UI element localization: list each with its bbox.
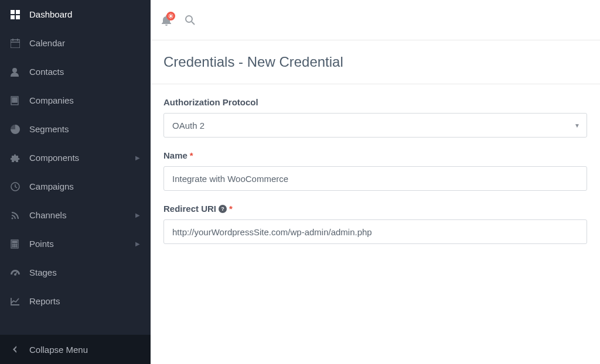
sidebar-item-segments[interactable]: Segments — [0, 115, 151, 143]
svg-rect-1 — [16, 10, 20, 14]
svg-point-24 — [14, 244, 15, 245]
sidebar-item-label: Contacts — [29, 67, 64, 77]
svg-text:?: ? — [221, 206, 224, 212]
sidebar-item-companies[interactable]: Companies — [0, 86, 151, 115]
svg-rect-13 — [12, 99, 13, 101]
sidebar-item-components[interactable]: Components ▶ — [0, 143, 151, 172]
label-name: Name * — [163, 150, 587, 160]
authorization-protocol-select[interactable]: OAuth 2 — [163, 113, 587, 138]
svg-point-27 — [14, 246, 15, 247]
svg-point-33 — [171, 18, 172, 19]
svg-point-26 — [12, 246, 13, 247]
sidebar-item-label: Companies — [29, 95, 74, 105]
help-icon[interactable]: ? — [219, 205, 227, 213]
svg-point-32 — [171, 13, 172, 15]
search-icon — [185, 15, 195, 25]
field-authorization-protocol: Authorization Protocol OAuth 2 ▼ — [163, 97, 587, 138]
svg-point-23 — [12, 244, 13, 245]
svg-rect-10 — [12, 98, 13, 99]
name-input[interactable] — [163, 166, 587, 191]
sidebar-item-reports[interactable]: Reports — [0, 287, 151, 315]
sidebar-item-label: Points — [29, 239, 54, 249]
label-text: Authorization Protocol — [163, 97, 258, 107]
chevron-right-icon: ▶ — [135, 212, 140, 218]
sidebar-item-label: Segments — [29, 124, 69, 134]
svg-point-37 — [172, 14, 173, 15]
field-name: Name * — [163, 150, 587, 191]
sidebar-item-campaigns[interactable]: Campaigns — [0, 172, 151, 201]
sidebar-item-calendar[interactable]: Calendar — [0, 29, 151, 57]
svg-point-36 — [169, 14, 170, 15]
sidebar-nav: Dashboard Calendar Contacts Companies — [0, 0, 151, 335]
label-text: Redirect URI — [163, 204, 216, 214]
sidebar-item-label: Calendar — [29, 38, 65, 48]
sidebar-item-channels[interactable]: Channels ▶ — [0, 201, 151, 229]
svg-rect-15 — [16, 99, 17, 101]
svg-rect-2 — [11, 15, 15, 19]
svg-point-35 — [172, 16, 173, 17]
gauge-icon — [11, 269, 29, 277]
piechart-icon — [11, 125, 29, 134]
notifications-button[interactable] — [161, 14, 172, 26]
label-text: Name — [163, 150, 188, 160]
sidebar-item-contacts[interactable]: Contacts — [0, 57, 151, 86]
chevron-right-icon: ▶ — [135, 241, 140, 247]
clock-icon — [11, 182, 29, 191]
notification-badge — [166, 12, 175, 20]
label-redirect-uri: Redirect URI ? * — [163, 204, 587, 214]
svg-rect-11 — [14, 98, 15, 99]
main-content: Credentials - New Credential Authorizati… — [151, 0, 600, 364]
sidebar-item-label: Campaigns — [29, 181, 74, 191]
svg-line-41 — [192, 22, 195, 25]
svg-rect-22 — [12, 241, 17, 243]
chevron-right-icon: ▶ — [135, 154, 140, 161]
label-authorization-protocol: Authorization Protocol — [163, 97, 587, 107]
sidebar-item-label: Components — [29, 153, 79, 163]
svg-point-20 — [12, 217, 13, 219]
required-asterisk: * — [190, 150, 193, 160]
svg-rect-12 — [16, 98, 17, 99]
page-title: Credentials - New Credential — [163, 54, 343, 70]
chevron-left-icon — [11, 345, 29, 353]
topbar — [151, 0, 600, 40]
svg-rect-3 — [16, 15, 20, 19]
svg-point-38 — [169, 17, 170, 18]
sidebar-item-label: Channels — [29, 210, 66, 220]
svg-point-39 — [172, 17, 173, 18]
sidebar-item-dashboard[interactable]: Dashboard — [0, 0, 151, 29]
user-icon — [11, 67, 29, 77]
sidebar-collapse-label: Collapse Menu — [29, 345, 88, 355]
svg-point-31 — [170, 15, 172, 18]
building-icon — [11, 96, 29, 105]
svg-rect-16 — [12, 101, 13, 102]
svg-rect-18 — [16, 101, 17, 102]
sidebar-item-points[interactable]: Points ▶ — [0, 229, 151, 258]
puzzle-icon — [11, 153, 29, 163]
sidebar-item-label: Reports — [29, 296, 60, 306]
linechart-icon — [11, 297, 29, 305]
sidebar-item-label: Stages — [29, 267, 57, 277]
svg-point-8 — [12, 68, 17, 73]
form: Authorization Protocol OAuth 2 ▼ Name * — [151, 84, 600, 270]
svg-point-25 — [16, 244, 17, 245]
calculator-icon — [11, 239, 29, 249]
svg-rect-14 — [14, 99, 15, 101]
svg-rect-0 — [11, 10, 15, 14]
search-button[interactable] — [185, 15, 195, 25]
grid-icon — [11, 10, 29, 19]
sidebar-item-label: Dashboard — [29, 9, 72, 19]
svg-point-28 — [16, 246, 17, 247]
rss-icon — [11, 211, 29, 220]
calendar-icon — [11, 39, 29, 48]
svg-rect-4 — [11, 40, 20, 48]
required-asterisk: * — [229, 204, 233, 214]
svg-point-34 — [168, 16, 169, 17]
sidebar-item-stages[interactable]: Stages — [0, 258, 151, 287]
sidebar: Dashboard Calendar Contacts Companies — [0, 0, 151, 364]
field-redirect-uri: Redirect URI ? * — [163, 204, 587, 244]
svg-rect-17 — [14, 101, 15, 102]
svg-point-40 — [186, 16, 192, 22]
page-title-bar: Credentials - New Credential — [151, 40, 600, 84]
sidebar-collapse[interactable]: Collapse Menu — [0, 335, 151, 364]
redirect-uri-input[interactable] — [163, 219, 587, 244]
